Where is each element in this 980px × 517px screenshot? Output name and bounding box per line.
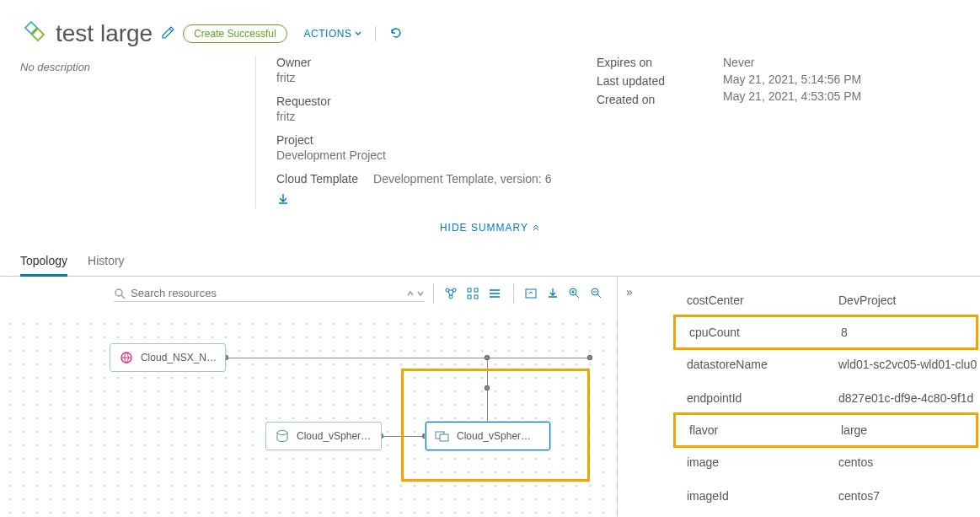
tab-topology[interactable]: Topology (20, 247, 67, 277)
properties-panel: » costCenter DevProject cpuCount 8 datas… (618, 277, 980, 517)
vm-icon (435, 428, 450, 444)
prop-value: large (841, 423, 976, 437)
fit-icon[interactable] (521, 283, 541, 304)
expires-value: Never (723, 56, 960, 69)
prop-value: centos7 (838, 489, 980, 503)
prop-datastore: datastoreName wld01-sc2vc05-wld01-clu0 (631, 347, 980, 381)
search-nav[interactable] (406, 288, 425, 299)
actions-dropdown[interactable]: ACTIONS (304, 28, 362, 40)
search-input-wrapper (114, 285, 425, 302)
svg-rect-8 (468, 295, 471, 299)
tab-history[interactable]: History (88, 247, 125, 276)
chevron-double-up-icon (532, 224, 540, 233)
prop-value: d827e01c-df9e-4c80-9f1d (838, 391, 980, 405)
status-badge: Create Successful (183, 24, 287, 43)
prop-key: costCenter (687, 294, 838, 307)
zoom-in-icon[interactable] (565, 283, 585, 304)
chevron-down-icon (416, 288, 425, 299)
project-value: Development Project (276, 148, 597, 162)
owner-value: fritz (276, 71, 597, 84)
node-vsphere-disk[interactable]: Cloud_vSpher… (265, 422, 382, 450)
port (587, 355, 592, 360)
owner-label: Owner (276, 56, 597, 69)
prop-cpucount: cpuCount 8 (673, 315, 978, 350)
prop-key: flavor (689, 423, 841, 437)
hide-summary-toggle[interactable]: HIDE SUMMARY (0, 215, 980, 240)
expires-label: Expires on (597, 56, 723, 69)
search-input[interactable] (131, 287, 401, 299)
list-view-icon[interactable] (485, 283, 505, 304)
svg-rect-9 (474, 295, 478, 299)
prop-value: wld01-sc2vc05-wld01-clu0 (838, 358, 980, 371)
node-nsx[interactable]: Cloud_NSX_N… (110, 343, 226, 372)
port (485, 355, 490, 360)
disk-icon (275, 428, 290, 444)
svg-rect-7 (474, 288, 478, 292)
prop-flavor: flavor large (673, 412, 978, 448)
svg-rect-16 (440, 434, 448, 441)
port (485, 385, 490, 390)
download-canvas-icon[interactable] (543, 283, 563, 304)
prop-key: cpuCount (689, 326, 841, 339)
node-vsphere-vm[interactable]: Cloud_vSpher… (426, 422, 550, 450)
svg-point-14 (277, 431, 287, 435)
prop-costcenter: costCenter DevProject (631, 283, 980, 317)
prop-image: image centos (631, 445, 980, 479)
node-label: Cloud_NSX_N… (141, 352, 217, 364)
chevron-up-icon (406, 288, 415, 299)
created-label: Created on (597, 93, 723, 106)
template-value: Development Template, version: 6 (373, 172, 551, 186)
deployment-icon (20, 20, 47, 47)
requestor-label: Requestor (276, 94, 597, 108)
connector-line (226, 358, 590, 358)
updated-value: May 21, 2021, 5:14:56 PM (723, 73, 960, 86)
network-icon (119, 350, 134, 365)
grid-view-icon[interactable] (463, 283, 483, 304)
updated-label: Last updated (597, 74, 723, 88)
refresh-icon[interactable] (389, 26, 403, 42)
zoom-out-icon[interactable] (586, 283, 607, 304)
prop-imageid: imageId centos7 (631, 479, 980, 513)
svg-point-2 (115, 289, 122, 296)
download-icon[interactable] (276, 192, 597, 208)
prop-key: datastoreName (687, 358, 838, 371)
hide-summary-label: HIDE SUMMARY (440, 222, 528, 234)
prop-key: image (687, 455, 838, 469)
search-icon (114, 288, 126, 299)
prop-endpoint: endpointId d827e01c-df9e-4c80-9f1d (631, 381, 980, 415)
created-value: May 21, 2021, 4:53:05 PM (723, 89, 960, 103)
separator (375, 26, 376, 41)
topology-canvas[interactable]: Cloud_NSX_N… Cloud_vSpher… Cloud_vSpher… (0, 314, 617, 517)
prop-value: 8 (841, 326, 976, 339)
node-label: Cloud_vSpher… (457, 430, 531, 442)
panel-collapse-icon[interactable]: » (626, 285, 633, 299)
prop-value: centos (838, 455, 980, 469)
description: No description (20, 56, 256, 208)
prop-key: imageId (687, 489, 838, 503)
edit-icon[interactable] (161, 26, 174, 42)
node-label: Cloud_vSpher… (297, 430, 371, 442)
graph-view-icon[interactable] (441, 283, 461, 304)
svg-rect-6 (468, 288, 471, 292)
template-label: Cloud Template (276, 172, 358, 186)
prop-key: endpointId (687, 391, 838, 405)
page-title: test large (56, 20, 153, 47)
requestor-value: fritz (276, 110, 597, 123)
project-label: Project (276, 133, 597, 147)
chevron-down-icon (355, 30, 361, 37)
actions-label: ACTIONS (304, 28, 352, 40)
prop-value: DevProject (838, 294, 980, 307)
svg-rect-10 (526, 289, 536, 298)
connector-line (381, 436, 424, 437)
